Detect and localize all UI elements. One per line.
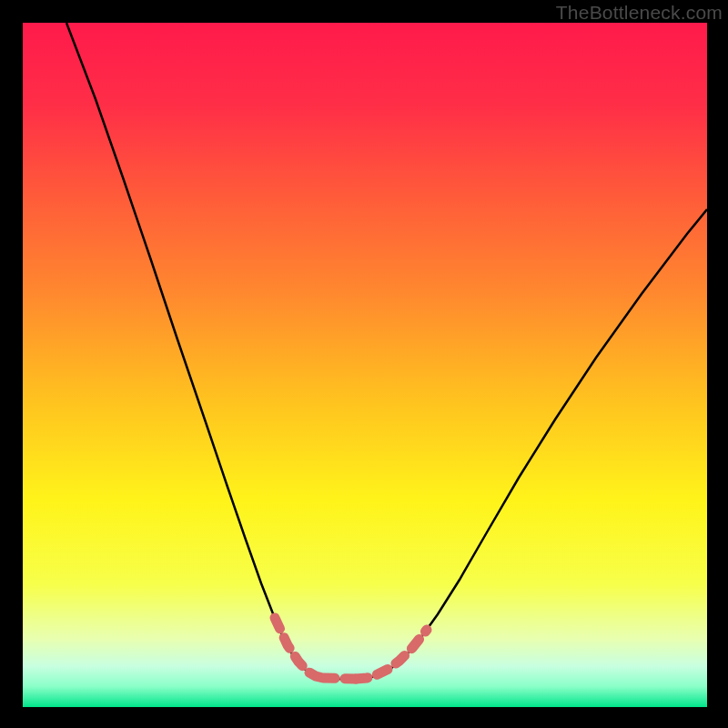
svg-rect-0 bbox=[23, 23, 707, 707]
chart-frame bbox=[23, 23, 707, 707]
watermark-text: TheBottleneck.com bbox=[556, 2, 723, 24]
chart-background-gradient bbox=[23, 23, 707, 707]
